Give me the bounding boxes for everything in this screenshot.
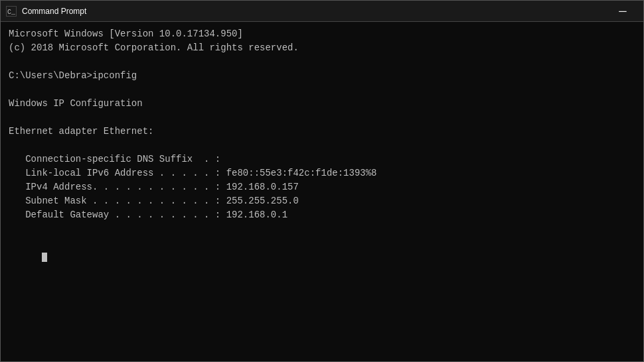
title-bar: C_ Command Prompt ─ bbox=[1, 1, 643, 22]
terminal-line bbox=[9, 111, 635, 125]
terminal-line: Subnet Mask . . . . . . . . . . . : 255.… bbox=[9, 194, 635, 208]
terminal-line bbox=[9, 139, 635, 152]
terminal-line: (c) 2018 Microsoft Corporation. All righ… bbox=[9, 41, 635, 55]
window-controls: ─ bbox=[607, 1, 638, 22]
terminal-line: Default Gateway . . . . . . . . . : 192.… bbox=[9, 208, 635, 222]
minimize-button[interactable]: ─ bbox=[607, 1, 638, 22]
terminal-line bbox=[9, 222, 635, 236]
terminal-line: Connection-specific DNS Suffix . : bbox=[9, 152, 635, 166]
terminal-body[interactable]: Microsoft Windows [Version 10.0.17134.95… bbox=[1, 22, 643, 361]
svg-text:C_: C_ bbox=[7, 9, 16, 16]
terminal-line bbox=[9, 55, 635, 69]
terminal-line: IPv4 Address. . . . . . . . . . . : 192.… bbox=[9, 180, 635, 194]
terminal-line bbox=[9, 83, 635, 97]
terminal-line: Link-local IPv6 Address . . . . . : fe80… bbox=[9, 166, 635, 180]
terminal-prompt-line bbox=[9, 236, 635, 278]
terminal-line: C:\Users\Debra>ipconfig bbox=[9, 69, 635, 83]
window-title: Command Prompt bbox=[22, 7, 607, 16]
terminal-line: Windows IP Configuration bbox=[9, 97, 635, 111]
terminal-line: Microsoft Windows [Version 10.0.17134.95… bbox=[9, 27, 635, 41]
terminal-line: Ethernet adapter Ethernet: bbox=[9, 125, 635, 139]
cursor bbox=[42, 253, 47, 262]
cmd-icon: C_ bbox=[6, 6, 17, 17]
cmd-window: C_ Command Prompt ─ Microsoft Windows [V… bbox=[0, 0, 644, 362]
